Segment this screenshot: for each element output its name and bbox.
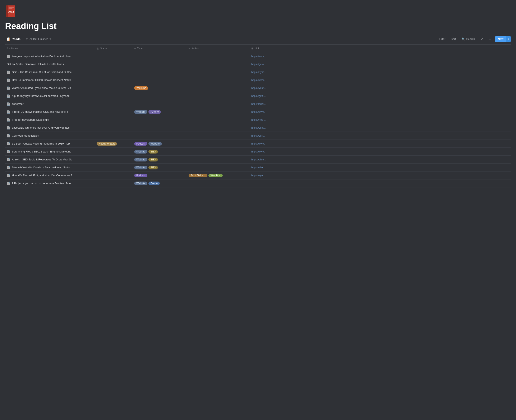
cell-author <box>187 55 250 58</box>
col-type-label: Type <box>137 47 143 50</box>
cell-link: https://siteb... <box>250 165 511 170</box>
table-row[interactable]: 📄A regular expression lookahead/lookbehi… <box>5 52 511 60</box>
reads-table-icon: 📋 <box>6 37 10 41</box>
type-tag: Website <box>148 142 162 146</box>
name-col-icon: Aa <box>7 47 10 50</box>
cell-link: https://www... <box>250 53 511 59</box>
doc-icon: 📄 <box>7 110 10 113</box>
cell-type: YouTube <box>133 85 187 91</box>
sort-button[interactable]: Sort <box>450 37 457 41</box>
cell-author <box>187 150 250 153</box>
cell-link: https://trysh... <box>250 69 511 75</box>
cell-type <box>133 103 187 105</box>
table-row[interactable]: 📄9 Projects you can do to become a Front… <box>5 180 511 188</box>
toolbar: 📋 Reads ⊞ All But Finished ▾ Filter Sort… <box>5 36 511 45</box>
expand-button[interactable]: ⤢ <box>479 37 484 41</box>
author-tag: Scott Tolinski <box>189 174 207 177</box>
cell-name: 📄Free for developers Saas stuff! <box>5 117 95 123</box>
type-tag: Website <box>134 150 147 154</box>
cell-link: https://geta... <box>250 61 511 67</box>
cell-status <box>95 135 133 137</box>
row-name: 9 Projects you can do to become a Fronte… <box>12 182 71 185</box>
svg-rect-1 <box>6 5 8 17</box>
cell-name: 📄Screaming Frog | SEO, Search Engine Mar… <box>5 149 95 155</box>
row-name: Sitebulb Website Crawler - Award-winning… <box>12 166 70 169</box>
table-row[interactable]: 📄Coil Web Monetizationhttps://coil.... <box>5 132 511 140</box>
cell-status <box>95 111 133 113</box>
row-name: Coil Web Monetization <box>12 134 39 137</box>
table-row[interactable]: 📄How To Implement GDPR Cookie Consent No… <box>5 76 511 84</box>
cell-status <box>95 87 133 89</box>
search-button[interactable]: 🔍 Search <box>460 37 477 41</box>
cell-author <box>187 119 250 121</box>
table-row[interactable]: 📄Watch "Animated Eyes Follow Mouse Cusro… <box>5 84 511 92</box>
cell-name: 📄9 Projects you can do to become a Front… <box>5 180 95 186</box>
cell-status <box>95 55 133 58</box>
table-row[interactable]: 📄Free for developers Saas stuff!https://… <box>5 116 511 124</box>
link-col-icon: ⊞ <box>251 47 254 50</box>
cell-link: https://ahre... <box>250 157 511 162</box>
table-row[interactable]: 📄ngx-formly/ngx-formly: JSON powered / D… <box>5 92 511 100</box>
new-btn-wrapper: New ▾ <box>495 36 511 42</box>
table-row[interactable]: 📄Screaming Frog | SEO, Search Engine Mar… <box>5 148 511 156</box>
table-container: Aa Name ◎ Status ≡ Type ≡ Author ⊞ Link … <box>5 45 511 188</box>
type-tag: YouTube <box>134 86 148 90</box>
cell-author: Scott TolinskiWes Bos <box>187 172 250 179</box>
type-tag: Podcast <box>134 142 147 146</box>
table-body: 📄A regular expression lookahead/lookbehi… <box>5 52 511 188</box>
tab-reads-label: Reads <box>12 38 21 41</box>
app-icon: VOL.1 <box>5 5 511 18</box>
cell-name: 📄accessiBe launches first-ever AI-driven… <box>5 125 95 131</box>
table-row[interactable]: 📄Firefox 70 shows inactive CSS and how t… <box>5 108 511 116</box>
status-tag: Ready to Start <box>96 142 117 146</box>
doc-icon: 📄 <box>7 118 10 121</box>
new-chevron-button[interactable]: ▾ <box>506 36 511 42</box>
filter-button[interactable]: Filter <box>438 37 447 41</box>
cell-name: 📄Coil Web Monetization <box>5 133 95 139</box>
cell-author <box>187 127 250 129</box>
grid-icon: ⊞ <box>26 38 28 41</box>
search-icon: 🔍 <box>462 38 465 41</box>
doc-icon: 📄 <box>7 55 10 58</box>
cell-link <box>250 182 511 185</box>
page-container: VOL.1 Reading List 📋 Reads ⊞ All But Fin… <box>0 0 516 188</box>
table-row[interactable]: 📄Sitebulb Website Crawler - Award-winnin… <box>5 164 511 172</box>
cell-type: WebsiteDev.to <box>133 180 187 187</box>
cell-link: https://www... <box>250 109 511 115</box>
row-name: Screaming Frog | SEO, Search Engine Mark… <box>12 150 71 153</box>
col-name-label: Name <box>11 47 18 50</box>
cell-link: https://www... <box>250 141 511 146</box>
cell-type: WebsiteAJWiW <box>133 109 187 115</box>
cell-author <box>187 79 250 81</box>
table-row[interactable]: 📄codelyzerhttp://codel... <box>5 100 511 108</box>
cell-type <box>133 63 187 66</box>
status-col-icon: ◎ <box>96 47 99 50</box>
table-row[interactable]: 📄Ahrefs - SEO Tools & Resources To Grow … <box>5 156 511 164</box>
table-row[interactable]: 📄Shift - The Best Email Client for Gmail… <box>5 68 511 76</box>
cell-link: https://www... <box>250 77 511 83</box>
table-row[interactable]: 📄31 Best Podcast Hosting Platforms In 20… <box>5 140 511 148</box>
col-header-author: ≡ Author <box>187 46 250 51</box>
cell-author <box>187 135 250 137</box>
cell-status <box>95 95 133 97</box>
tab-reads[interactable]: 📋 Reads <box>5 36 22 42</box>
doc-icon: 📄 <box>7 142 10 145</box>
cell-name: 📄A regular expression lookahead/lookbehi… <box>5 53 95 59</box>
type-tag: SEO <box>148 158 158 161</box>
cell-name: 📄Sitebulb Website Crawler - Award-winnin… <box>5 165 95 171</box>
col-header-link: ⊞ Link <box>250 46 511 51</box>
doc-icon: 📄 <box>7 150 10 153</box>
cell-link: http://codel... <box>250 101 511 107</box>
doc-icon: 📄 <box>7 126 10 129</box>
row-name: Watch "Animated Eyes Follow Mouse Cusror… <box>12 86 71 90</box>
table-row[interactable]: Get an Avatar. Generate Unlimited Profil… <box>5 60 511 68</box>
cell-link: https://synt... <box>250 173 511 178</box>
view-filter[interactable]: ⊞ All But Finished ▾ <box>24 37 53 41</box>
row-name: ngx-formly/ngx-formly: JSON powered / Dy… <box>12 94 69 98</box>
new-button[interactable]: New <box>495 36 506 42</box>
type-tag: Website <box>134 166 147 169</box>
cell-author <box>187 142 250 145</box>
table-row[interactable]: 📄accessiBe launches first-ever AI-driven… <box>5 124 511 132</box>
more-button[interactable]: ··· <box>487 37 492 41</box>
table-row[interactable]: 📄How We Record, Edit, and Host Our Cours… <box>5 172 511 180</box>
